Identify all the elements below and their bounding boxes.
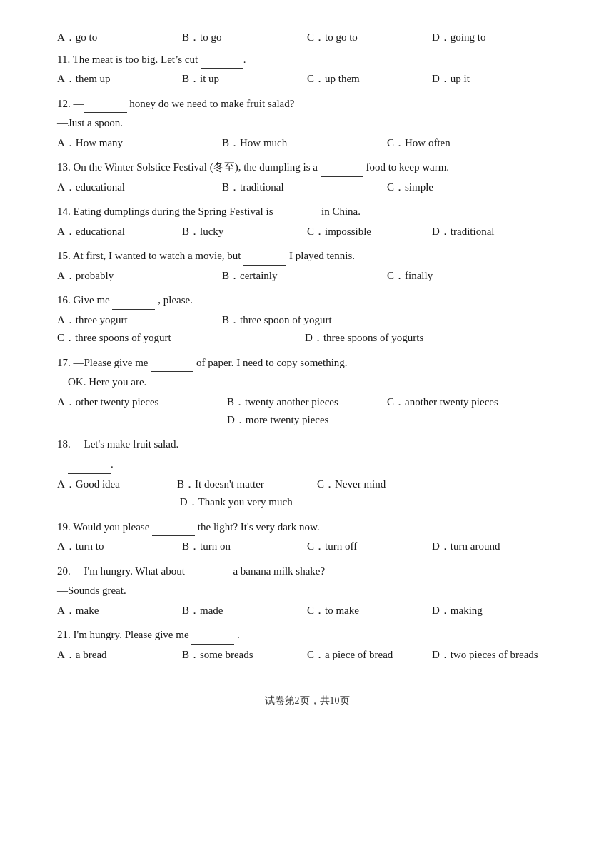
- q13-opt-B: B．traditional: [222, 178, 387, 197]
- q18-opt-B: B．It doesn't matter: [177, 475, 317, 494]
- option-D: D．going to: [432, 29, 557, 47]
- q14-opt-D: D．traditional: [432, 223, 557, 241]
- question-16: 16. Give me , please.: [57, 291, 557, 310]
- q20-opt-C: C．to make: [307, 602, 432, 620]
- q14-blank: [276, 202, 318, 221]
- q19-opt-B: B．turn on: [182, 538, 307, 556]
- q11-opt-D: D．up it: [432, 70, 557, 89]
- q16-stem: Give me: [74, 294, 113, 306]
- q21-opt-B: B．some breads: [182, 646, 307, 665]
- q12-options: A．How many B．How much C．How often: [57, 134, 557, 153]
- question-12: 12. — honey do we need to make fruit sal…: [57, 94, 557, 133]
- q20-stem: —I'm hungry. What about: [74, 565, 188, 577]
- q20-options: A．make B．made C．to make D．making: [57, 602, 557, 620]
- q12-opt-B: B．How much: [222, 134, 387, 153]
- q15-opt-C: C．finally: [387, 267, 552, 286]
- question-18: 18. —Let's make fruit salad. — .: [57, 435, 557, 474]
- q15-blank: [243, 246, 286, 266]
- q21-opt-C: C．a piece of bread: [307, 646, 432, 665]
- q18-stem: —Let's make fruit salad.: [74, 438, 179, 450]
- q16-opt-C-line: C．three spoons of yogurt D．three spoons …: [57, 329, 557, 348]
- q11-options: A．them up B．it up C．up them D．up it: [57, 70, 557, 89]
- q19-blank: [152, 518, 195, 537]
- question-15: 15. At first, I wanted to watch a movie,…: [57, 246, 557, 266]
- q19-opt-C: C．turn off: [307, 538, 432, 556]
- q15-options: A．probably B．certainly C．finally: [57, 267, 557, 286]
- q12-num: 12.: [57, 98, 71, 109]
- q21-options: A．a bread B．some breads C．a piece of bre…: [57, 646, 557, 665]
- question-19: 19. Would you please the light? It's ver…: [57, 518, 557, 537]
- q13-opt-C: C．simple: [387, 178, 552, 197]
- q18-num: 18.: [57, 438, 71, 450]
- q13-stem: On the Winter Solstice Festival (冬至), th…: [74, 161, 321, 173]
- q14-stem: Eating dumplings during the Spring Festi…: [74, 206, 276, 217]
- q19-opt-D: D．turn around: [432, 538, 557, 556]
- q17-options: A．other twenty pieces B．twenty another p…: [57, 393, 557, 430]
- question-11: 11. The meat is too big. Let’s cut .: [57, 50, 557, 69]
- q21-blank: [191, 625, 234, 645]
- q17-opt-A: A．other twenty pieces: [57, 393, 227, 412]
- q11-stem: The meat is too big. Let’s cut: [73, 54, 198, 65]
- q12-blank: [84, 94, 127, 113]
- question-17: 17. —Please give me of paper. I need to …: [57, 353, 557, 392]
- q14-num: 14.: [57, 206, 71, 217]
- q16-opt-C: C．three spoons of yogurt: [57, 332, 171, 343]
- option-B: B．to go: [182, 29, 307, 47]
- q12-opt-A: A．How many: [57, 134, 222, 153]
- q18-opt-D: D．Thank you very much: [57, 493, 557, 512]
- q20-opt-B: B．made: [182, 602, 307, 620]
- q15-opt-A: A．probably: [57, 267, 222, 286]
- q17-num: 17.: [57, 357, 71, 368]
- question-14: 14. Eating dumplings during the Spring F…: [57, 202, 557, 221]
- q14-opt-C: C．impossible: [307, 223, 432, 241]
- options-row-0: A．go to B．to go C．to go to D．going to: [57, 29, 557, 47]
- q19-num: 19.: [57, 521, 71, 533]
- q19-stem: Would you please: [73, 521, 152, 533]
- q11-num: 11.: [57, 54, 70, 65]
- q20-dialog: —Sounds great.: [57, 582, 557, 600]
- q14-opt-A: A．educational: [57, 223, 182, 241]
- q12-dash: —: [74, 98, 84, 109]
- q17-blank: [151, 353, 193, 373]
- q17-stem: —Please give me: [74, 357, 151, 368]
- q18-dialog: — .: [57, 455, 557, 474]
- q17-opt-D: D．more twenty pieces: [57, 411, 557, 430]
- q20-opt-D: D．making: [432, 602, 557, 620]
- q14-opt-B: B．lucky: [182, 223, 307, 241]
- q18-options: A．Good idea B．It doesn't matter C．Never …: [57, 475, 557, 512]
- q12-opt-C: C．How often: [387, 134, 552, 153]
- q21-opt-A: A．a bread: [57, 646, 182, 665]
- q11-opt-B: B．it up: [182, 70, 307, 89]
- q12-dialog: —Just a spoon.: [57, 114, 557, 133]
- q11-opt-C: C．up them: [307, 70, 432, 89]
- q16-num: 16.: [57, 294, 71, 306]
- q13-options: A．educational B．traditional C．simple: [57, 178, 557, 197]
- q15-num: 15.: [57, 250, 71, 261]
- page-footer: 试卷第2页，共10页: [57, 692, 557, 710]
- question-20: 20. —I'm hungry. What about a banana mil…: [57, 562, 557, 600]
- q18-opt-A: A．Good idea: [57, 475, 177, 494]
- q11-opt-A: A．them up: [57, 70, 182, 89]
- q13-blank: [321, 158, 363, 177]
- q16-opt-A: A．three yogurt: [57, 311, 222, 330]
- option-C: C．to go to: [307, 29, 432, 47]
- q19-opt-A: A．turn to: [57, 538, 182, 556]
- q20-blank: [188, 562, 231, 581]
- q15-opt-B: B．certainly: [222, 267, 387, 286]
- q15-stem: At first, I wanted to watch a movie, but: [73, 250, 244, 261]
- q19-options: A．turn to B．turn on C．turn off D．turn ar…: [57, 538, 557, 556]
- q16-opt-B: B．three spoon of yogurt: [222, 311, 472, 330]
- question-21: 21. I'm hungry. Please give me .: [57, 625, 557, 645]
- q13-num: 13.: [57, 161, 71, 173]
- q16-options: A．three yogurt B．three spoon of yogurt C…: [57, 311, 557, 348]
- question-13: 13. On the Winter Solstice Festival (冬至)…: [57, 158, 557, 177]
- q16-blank: [112, 291, 155, 310]
- option-A: A．go to: [57, 29, 182, 47]
- q21-num: 21.: [57, 629, 71, 640]
- q21-opt-D: D．two pieces of breads: [432, 646, 557, 665]
- q16-opt-D: D．three spoons of yogurts: [305, 332, 423, 343]
- q20-opt-A: A．make: [57, 602, 182, 620]
- q17-dialog: —OK. Here you are.: [57, 373, 557, 392]
- q13-opt-A: A．educational: [57, 178, 222, 197]
- q18-blank: [68, 455, 111, 474]
